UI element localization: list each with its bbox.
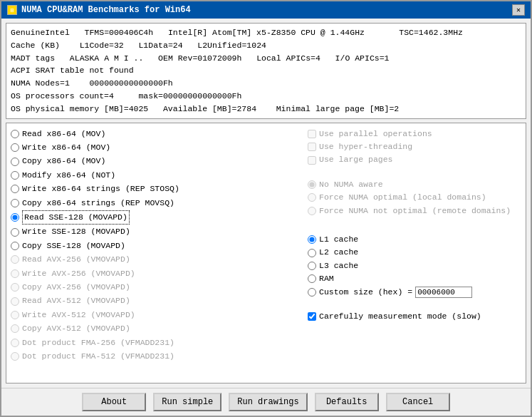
- operation-item: Dot product FMA-256 (VFMADD231): [11, 336, 301, 349]
- options-panel: Use parallel operationsUse hyper-threadi…: [301, 128, 521, 379]
- parallel-option-item: Use parallel operations: [308, 128, 521, 140]
- parallel-options: Use parallel operationsUse hyper-threadi…: [308, 128, 521, 167]
- app-icon: ⊞: [7, 5, 17, 15]
- info-line4: ACPI SRAT table not found: [11, 64, 521, 77]
- close-button[interactable]: ✕: [512, 4, 525, 16]
- cache-custom-row: Custom size (hex) =: [308, 286, 521, 299]
- operation-item: Dot product FMA-512 (VFMADD231): [11, 350, 301, 363]
- parallel-option-item: Use hyper-threading: [308, 140, 521, 153]
- operation-item: Read x86-64 (MOV): [11, 128, 301, 140]
- operation-item: Read SSE-128 (MOVAPD): [11, 210, 301, 225]
- parallel-checkbox-use_hyperthreading[interactable]: [308, 143, 316, 151]
- cache-radio-l3_cache[interactable]: [308, 262, 316, 270]
- numa-option-item: Force NUMA optimal (local domains): [308, 191, 521, 204]
- custom-size-input[interactable]: [415, 287, 472, 298]
- operation-radio-write_avx_512_vmovapd[interactable]: [11, 311, 19, 319]
- operation-radio-read_avx_512_vmovapd[interactable]: [11, 297, 19, 306]
- operation-radio-dot_fma_512_vfmadd231[interactable]: [11, 352, 19, 361]
- cache-option-item: L1 cache: [308, 233, 521, 246]
- operation-item: Modify x86-64 (NOT): [11, 169, 301, 182]
- title-bar: ⊞ NUMA CPU&RAM Benchmarks for Win64 ✕: [1, 1, 531, 19]
- info-line1: GenuineIntel TFMS=000406C4h Intel[R] Ato…: [11, 26, 521, 39]
- main-panel: Read x86-64 (MOV)Write x86-64 (MOV)Copy …: [6, 123, 526, 383]
- operation-radio-dot_fma_256_vfmadd231[interactable]: [11, 339, 19, 347]
- operation-radio-copy_x86_64_mov[interactable]: [11, 158, 19, 166]
- cache-option-item: RAM: [308, 272, 521, 285]
- cache-radio-l2_cache[interactable]: [308, 249, 316, 257]
- run-drawings-button[interactable]: Run drawings: [229, 393, 307, 411]
- operation-item: Copy AVX-256 (VMOVAPD): [11, 281, 301, 294]
- info-line6: OS processors count=4 mask=0000000000000…: [11, 90, 521, 103]
- parallel-option-item: Use large pages: [308, 153, 521, 166]
- parallel-label-use_large_pages: Use large pages: [319, 153, 393, 166]
- numa-option-item: Force NUMA not optimal (remote domains): [308, 205, 521, 217]
- operation-item: Read AVX-512 (VMOVAPD): [11, 294, 301, 307]
- operation-item: Copy AVX-512 (VMOVAPD): [11, 322, 301, 335]
- operation-radio-modify_x86_64_not[interactable]: [11, 171, 19, 180]
- operation-item: Write AVX-256 (VMOVAPD): [11, 267, 301, 280]
- numa-option-item: No NUMA aware: [308, 178, 521, 191]
- operation-label-write_avx_256_vmovapd: Write AVX-256 (VMOVAPD): [22, 267, 135, 280]
- operation-radio-copy_sse_128_movapd[interactable]: [11, 242, 19, 250]
- numa-radio-force_optimal[interactable]: [308, 193, 316, 202]
- operation-item: Copy SSE-128 (MOVAPD): [11, 240, 301, 252]
- numa-label-force_not_optimal: Force NUMA not optimal (remote domains): [319, 205, 511, 217]
- carefully-measurement-checkbox[interactable]: [308, 312, 316, 321]
- info-panel: GenuineIntel TFMS=000406C4h Intel[R] Ato…: [6, 23, 526, 119]
- operation-label-read_avx_256_vmovapd: Read AVX-256 (VMOVAPD): [22, 253, 130, 266]
- parallel-label-use_parallel: Use parallel operations: [319, 128, 432, 140]
- operation-label-copy_sse_128_movapd: Copy SSE-128 (MOVAPD): [22, 240, 125, 252]
- cache-label-l1_cache: L1 cache: [319, 233, 358, 246]
- numa-radio-no_numa[interactable]: [308, 180, 316, 189]
- operation-item: Copy x86-64 (MOV): [11, 155, 301, 168]
- bottom-bar: About Run simple Run drawings Defaults C…: [1, 388, 531, 416]
- operation-radio-read_x86_64_mov[interactable]: [11, 130, 19, 138]
- operations-panel: Read x86-64 (MOV)Write x86-64 (MOV)Copy …: [11, 128, 301, 379]
- cache-label-ram: RAM: [319, 272, 334, 285]
- operation-label-copy_x86_64_mov: Copy x86-64 (MOV): [22, 155, 105, 168]
- cache-radio-custom[interactable]: [308, 288, 316, 297]
- carefully-measurement-label: Carefully measurement mode (slow): [319, 310, 481, 323]
- operation-item: Read AVX-256 (VMOVAPD): [11, 253, 301, 266]
- operation-radio-copy_avx_512_vmovapd[interactable]: [11, 324, 19, 333]
- numa-label-force_optimal: Force NUMA optimal (local domains): [319, 191, 486, 204]
- cache-options: L1 cacheL2 cacheL3 cacheRAMCustom size (…: [308, 233, 521, 299]
- numa-label-no_numa: No NUMA aware: [319, 178, 383, 191]
- parallel-checkbox-use_large_pages[interactable]: [308, 156, 316, 165]
- operation-label-modify_x86_64_not: Modify x86-64 (NOT): [22, 169, 115, 182]
- operation-radio-copy_avx_256_vmovapd[interactable]: [11, 283, 19, 292]
- operation-radio-write_x86_64_rep_stosq[interactable]: [11, 185, 19, 193]
- content-area: GenuineIntel TFMS=000406C4h Intel[R] Ato…: [1, 19, 531, 388]
- window-title: NUMA CPU&RAM Benchmarks for Win64: [21, 5, 191, 15]
- carefully-measurement-item: Carefully measurement mode (slow): [308, 310, 521, 323]
- info-line5: NUMA Nodes=1 000000000000000Fh: [11, 77, 521, 90]
- operation-radio-write_avx_256_vmovapd[interactable]: [11, 269, 19, 278]
- carefully-measurement: Carefully measurement mode (slow): [308, 310, 521, 323]
- operation-label-copy_x86_64_rep_movsq: Copy x86-64 strings (REP MOVSQ): [22, 197, 174, 210]
- operation-label-copy_avx_512_vmovapd: Copy AVX-512 (VMOVAPD): [22, 322, 130, 335]
- about-button[interactable]: About: [82, 393, 146, 411]
- cancel-button[interactable]: Cancel: [386, 393, 450, 411]
- cache-radio-l1_cache[interactable]: [308, 235, 316, 244]
- numa-radio-force_not_optimal[interactable]: [308, 207, 316, 215]
- operation-item: Write x86-64 strings (REP STOSQ): [11, 182, 301, 195]
- defaults-button[interactable]: Defaults: [315, 393, 379, 411]
- operation-radio-write_sse_128_movapd[interactable]: [11, 228, 19, 237]
- operation-label-read_avx_512_vmovapd: Read AVX-512 (VMOVAPD): [22, 294, 130, 307]
- operation-radio-read_sse_128_movapd[interactable]: [11, 213, 19, 222]
- operation-label-read_x86_64_mov: Read x86-64 (MOV): [22, 128, 105, 140]
- operation-item: Write AVX-512 (VMOVAPD): [11, 309, 301, 321]
- operation-label-read_sse_128_movapd: Read SSE-128 (MOVAPD): [22, 210, 130, 225]
- operation-radio-read_avx_256_vmovapd[interactable]: [11, 255, 19, 264]
- operation-item: Write x86-64 (MOV): [11, 141, 301, 154]
- cache-radio-ram[interactable]: [308, 274, 316, 283]
- operation-label-dot_fma_512_vfmadd231: Dot product FMA-512 (VFMADD231): [22, 350, 174, 363]
- run-simple-button[interactable]: Run simple: [153, 393, 221, 411]
- operation-radio-write_x86_64_mov[interactable]: [11, 143, 19, 152]
- parallel-checkbox-use_parallel[interactable]: [308, 130, 316, 138]
- main-window: ⊞ NUMA CPU&RAM Benchmarks for Win64 ✕ Ge…: [0, 0, 532, 417]
- cache-label-l3_cache: L3 cache: [319, 259, 358, 272]
- cache-option-item: L2 cache: [308, 246, 521, 259]
- operation-radio-copy_x86_64_rep_movsq[interactable]: [11, 199, 19, 207]
- operation-label-dot_fma_256_vfmadd231: Dot product FMA-256 (VFMADD231): [22, 336, 174, 349]
